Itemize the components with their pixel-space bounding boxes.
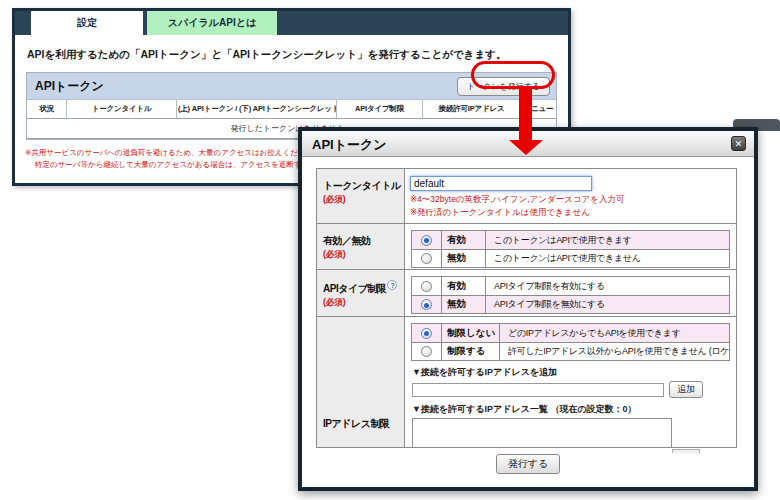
option-name: 有効 [442, 231, 486, 249]
enabled-options: 有効 このトークンはAPIで使用できます 無効 このトークンはAPIで使用できま… [411, 230, 730, 268]
annotation-arrow [519, 88, 532, 141]
table-header-row: 状況 トークンタイトル (上) APIトークン / (下) APIトークンシーク… [27, 99, 556, 118]
option-name: 制限する [442, 343, 500, 360]
api-type-label-text: APIタイプ制限 [323, 283, 386, 294]
option-desc: 許可したIPアドレス以外からAPIを使用できません (ロケータを除く) [500, 345, 729, 358]
option-api-type-on[interactable]: 有効 APIタイプ制限を有効にする [412, 277, 729, 295]
option-ip-unrestricted[interactable]: 制限しない どのIPアドレスからでもAPIを使用できます [412, 324, 729, 342]
label-enabled: 有効／無効 (必須) [317, 224, 405, 269]
token-title-content: ※4〜32byteの英数字,ハイフン,アンダースコアを入力可 ※発行済のトークン… [405, 169, 736, 223]
annotation-arrow-head [509, 140, 543, 155]
radio-ip-restricted[interactable] [421, 346, 432, 357]
annotation-circle [471, 61, 555, 89]
token-form: トークンタイトル (必須) ※4〜32byteの英数字,ハイフン,アンダースコア… [316, 168, 737, 448]
option-desc: このトークンはAPIで使用できません [486, 252, 729, 265]
close-icon[interactable]: ✕ [731, 136, 746, 151]
ip-address-input[interactable] [412, 383, 664, 397]
issue-submit-button[interactable]: 発行する [496, 454, 560, 474]
option-desc: どのIPアドレスからでもAPIを使用できます [500, 327, 729, 340]
label-ip-restrict: IPアドレス制限 [317, 317, 405, 447]
radio-api-type-on[interactable] [421, 281, 432, 292]
radio-enabled-yes[interactable] [421, 235, 432, 246]
row-enabled: 有効／無効 (必須) 有効 このトークンはAPIで使用できます 無効 こ [317, 223, 736, 269]
col-token-title: トークンタイトル [67, 100, 177, 118]
col-token-secret: (上) APIトークン / (下) APIトークンシークレット [177, 100, 337, 118]
api-type-required: (必須) [323, 297, 400, 309]
token-title-note1: ※4〜32byteの英数字,ハイフン,アンダースコアを入力可 [410, 193, 731, 206]
token-title-input[interactable] [410, 176, 592, 191]
row-api-type: APIタイプ制限? (必須) 有効 APIタイプ制限を有効にする 無効 [317, 269, 736, 316]
api-type-options: 有効 APIタイプ制限を有効にする 無効 APIタイプ制限を無効にする [411, 276, 730, 314]
ip-restrict-options: 制限しない どのIPアドレスからでもAPIを使用できます 制限する 許可したIP… [411, 323, 730, 361]
radio-ip-unrestricted[interactable] [421, 328, 432, 339]
radio-api-type-off[interactable] [421, 299, 432, 310]
token-title-required: (必須) [323, 194, 400, 206]
option-desc: APIタイプ制限を無効にする [486, 298, 729, 311]
enabled-label: 有効／無効 [323, 234, 400, 248]
radio-enabled-no[interactable] [421, 253, 432, 264]
option-desc: このトークンはAPIで使用できます [486, 234, 729, 247]
option-name: 無効 [442, 250, 486, 267]
col-status: 状況 [27, 100, 67, 118]
ip-restrict-label: IPアドレス制限 [323, 417, 400, 431]
modal-title: APIトークン [312, 137, 387, 152]
option-name: 有効 [442, 277, 486, 295]
tab-bar: 設定 スパイラルAPIとは [15, 11, 568, 35]
col-api-type-limit: APIタイプ制限 [337, 100, 423, 118]
ip-address-listbox[interactable] [412, 418, 672, 447]
api-type-content: 有効 APIタイプ制限を有効にする 無効 APIタイプ制限を無効にする [405, 270, 736, 316]
option-ip-restricted[interactable]: 制限する 許可したIPアドレス以外からAPIを使用できません (ロケータを除く) [412, 342, 729, 360]
option-name: 無効 [442, 296, 486, 313]
label-api-type: APIタイプ制限? (必須) [317, 270, 405, 316]
api-token-modal: APIトークン ✕ トークンタイトル (必須) ※4〜32byteの英数字,ハイ… [298, 127, 758, 491]
token-title-label: トークンタイトル [323, 179, 400, 193]
ip-list-heading: ▼接続を許可するIPアドレス一覧 （現在の設定数：0） [412, 403, 731, 416]
ip-add-line: 追加 [412, 381, 731, 398]
option-api-type-off[interactable]: 無効 APIタイプ制限を無効にする [412, 295, 729, 313]
help-icon[interactable]: ? [387, 280, 397, 290]
tab-settings[interactable]: 設定 [31, 11, 143, 35]
submit-row: 発行する [302, 453, 754, 474]
tab-about-spiral-api[interactable]: スパイラルAPIとは [147, 11, 277, 35]
option-name: 制限しない [442, 324, 500, 342]
option-enabled-no[interactable]: 無効 このトークンはAPIで使用できません [412, 249, 729, 267]
col-allowed-ip: 接続許可IPアドレス [423, 100, 521, 118]
screenshot-stage: 設定 スパイラルAPIとは APIを利用するための「APIトークン」と「APIト… [0, 0, 780, 500]
row-ip-restrict: IPアドレス制限 制限しない どのIPアドレスからでもAPIを使用できます 制限… [317, 316, 736, 447]
option-desc: APIタイプ制限を有効にする [486, 280, 729, 293]
ip-add-heading: ▼接続を許可するIPアドレスを追加 [412, 366, 731, 379]
api-type-label: APIタイプ制限? [323, 280, 400, 296]
token-title-note2: ※発行済のトークンタイトルは使用できません [410, 206, 731, 219]
add-ip-button[interactable]: 追加 [669, 381, 703, 398]
row-token-title: トークンタイトル (必須) ※4〜32byteの英数字,ハイフン,アンダースコア… [317, 169, 736, 223]
api-token-table-title: APIトークン [35, 78, 457, 95]
option-enabled-yes[interactable]: 有効 このトークンはAPIで使用できます [412, 231, 729, 249]
enabled-content: 有効 このトークンはAPIで使用できます 無効 このトークンはAPIで使用できま… [405, 224, 736, 269]
ip-restrict-content: 制限しない どのIPアドレスからでもAPIを使用できます 制限する 許可したIP… [405, 317, 736, 447]
enabled-required: (必須) [323, 249, 400, 261]
label-token-title: トークンタイトル (必須) [317, 169, 405, 223]
